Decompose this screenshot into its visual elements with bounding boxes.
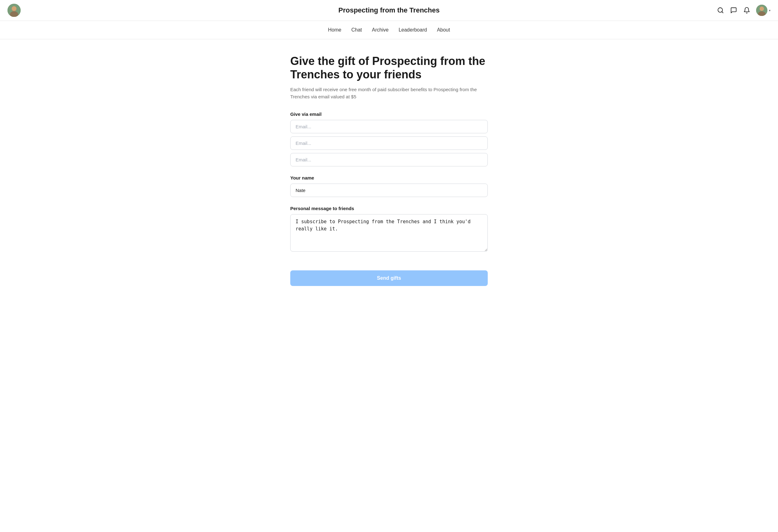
nav-item-about[interactable]: About [437, 26, 450, 34]
svg-point-3 [12, 6, 16, 11]
nav-item-leaderboard[interactable]: Leaderboard [399, 26, 427, 34]
give-via-email-label: Give via email [290, 111, 488, 117]
main-content: Give the gift of Prospecting from the Tr… [283, 39, 495, 306]
bell-icon[interactable] [743, 7, 751, 14]
main-nav: Home Chat Archive Leaderboard About [0, 21, 778, 39]
your-name-section: Your name [290, 175, 488, 197]
personal-message-textarea[interactable]: I subscribe to Prospecting from the Tren… [290, 214, 488, 252]
email-inputs-container [290, 120, 488, 166]
your-name-input[interactable] [290, 184, 488, 197]
personal-message-section: Personal message to friends I subscribe … [290, 206, 488, 253]
chat-icon[interactable] [730, 7, 737, 14]
chevron-down-icon: ▾ [769, 9, 771, 12]
header-actions: ▾ [717, 5, 771, 16]
user-menu-trigger[interactable]: ▾ [756, 5, 771, 16]
svg-line-5 [722, 12, 723, 13]
email-input-1[interactable] [290, 120, 488, 133]
search-icon[interactable] [717, 7, 724, 14]
email-input-2[interactable] [290, 137, 488, 150]
header: Prospecting from the Trenches [0, 0, 778, 21]
site-title: Prospecting from the Trenches [338, 6, 440, 14]
header-left [7, 4, 21, 17]
send-gifts-button[interactable]: Send gifts [290, 270, 488, 286]
personal-message-label: Personal message to friends [290, 206, 488, 211]
svg-point-7 [760, 7, 764, 11]
nav-item-archive[interactable]: Archive [372, 26, 388, 34]
page-heading: Give the gift of Prospecting from the Tr… [290, 54, 488, 81]
give-via-email-section: Give via email [290, 111, 488, 166]
page-subtext: Each friend will receive one free month … [290, 86, 488, 100]
avatar-image [7, 4, 21, 17]
nav-item-home[interactable]: Home [328, 26, 341, 34]
publication-avatar [7, 4, 21, 17]
your-name-label: Your name [290, 175, 488, 180]
nav-item-chat[interactable]: Chat [351, 26, 362, 34]
user-avatar [756, 5, 767, 16]
email-input-3[interactable] [290, 153, 488, 166]
